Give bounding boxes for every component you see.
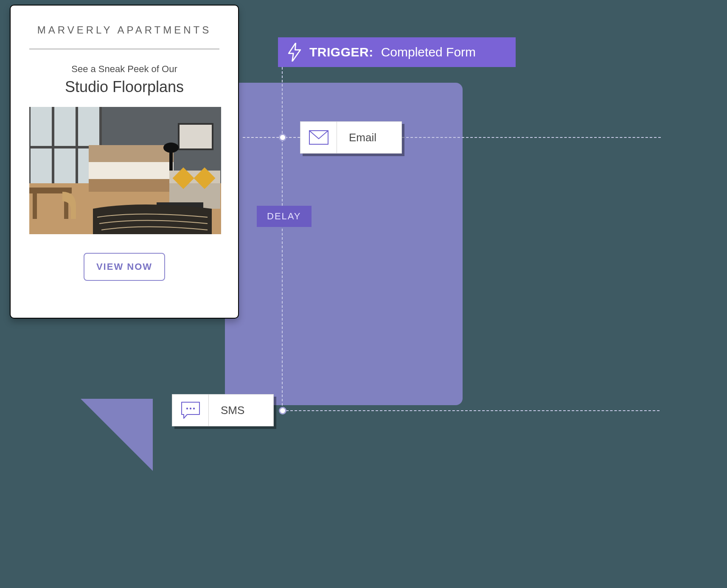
- flow-node-email[interactable]: Email: [300, 121, 402, 154]
- flow-node-label: SMS: [209, 395, 256, 426]
- connector-sms-right: [282, 410, 660, 411]
- flow-node-label: Email: [337, 122, 388, 153]
- connector-vertical: [282, 67, 283, 410]
- svg-point-2: [189, 408, 191, 409]
- svg-rect-16: [179, 124, 213, 149]
- connector-dot-sms: [279, 407, 286, 414]
- flow-node-sms[interactable]: SMS: [172, 394, 274, 426]
- trigger-bar[interactable]: TRIGGER: Completed Form: [278, 37, 516, 67]
- svg-point-1: [186, 408, 188, 409]
- trigger-label: TRIGGER:: [309, 45, 373, 59]
- headline: Studio Floorplans: [29, 78, 219, 96]
- svg-point-3: [193, 408, 194, 409]
- email-preview-card: MARVERLY APARTMENTS See a Sneak Peek of …: [10, 5, 239, 319]
- svg-rect-14: [89, 179, 174, 192]
- envelope-icon: [300, 122, 337, 153]
- divider: [29, 49, 219, 49]
- brand-name: MARVERLY APARTMENTS: [29, 24, 219, 36]
- hero-image: [29, 107, 221, 234]
- pre-headline: See a Sneak Peek of Our: [29, 64, 219, 75]
- chat-bubble-icon: [172, 395, 209, 426]
- connector-card-to-email: [243, 137, 300, 138]
- svg-rect-25: [33, 193, 37, 219]
- view-now-button[interactable]: VIEW NOW: [84, 253, 165, 281]
- speech-bubble-tail: [81, 399, 153, 471]
- svg-rect-15: [89, 145, 174, 162]
- connector-dot-email: [279, 134, 286, 141]
- trigger-value: Completed Form: [381, 45, 476, 59]
- svg-point-18: [163, 143, 179, 153]
- lightning-bolt-icon: [287, 43, 302, 62]
- connector-email-right: [402, 137, 661, 138]
- delay-badge[interactable]: DELAY: [257, 206, 312, 227]
